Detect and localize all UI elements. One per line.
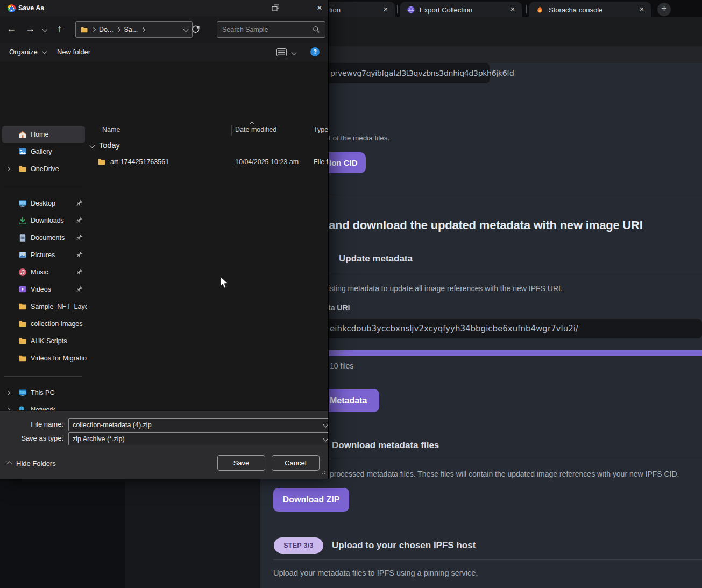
folder-icon: [18, 302, 27, 311]
help-icon[interactable]: ?: [310, 47, 320, 56]
file-name-label: File name:: [20, 420, 63, 428]
back-icon[interactable]: ←: [6, 23, 16, 34]
folder-icon: [18, 165, 27, 173]
dialog-footer: File name: collection-metadata (4).zip S…: [0, 410, 328, 479]
folder-icon: [18, 337, 27, 345]
divider: [273, 459, 702, 459]
tab-close-icon[interactable]: ×: [637, 4, 647, 14]
divider: [327, 273, 702, 273]
update-metadata-button[interactable]: Metadata: [327, 389, 379, 412]
media-files-note: t of the media files.: [329, 134, 389, 142]
new-tab-button[interactable]: +: [657, 3, 671, 16]
tab-title: Export Collection: [420, 6, 472, 14]
sidebar-item-desktop[interactable]: Desktop: [2, 195, 85, 211]
column-header-name[interactable]: Name: [102, 126, 120, 133]
metadata-uri-label: ta URI: [328, 303, 350, 312]
up-icon[interactable]: ↑: [57, 23, 62, 34]
organize-button[interactable]: Organize: [9, 48, 46, 56]
sidebar-divider: [4, 376, 82, 377]
documents-icon: [18, 233, 27, 242]
cancel-button[interactable]: Cancel: [272, 455, 320, 471]
save-button[interactable]: Save: [217, 455, 265, 471]
videos-icon: [18, 285, 27, 294]
sidebar-item-sample-nft-layers[interactable]: Sample_NFT_Layers: [2, 299, 85, 315]
sidebar-item-collection-images[interactable]: collection-images: [2, 316, 85, 332]
search-icon: [313, 26, 320, 33]
gem-icon: [407, 5, 415, 14]
sidebar-item-label: Home: [31, 131, 87, 138]
browser-tab[interactable]: Export Collection×: [400, 2, 522, 17]
save-type-value: zip Archive (*.zip): [73, 435, 324, 443]
column-separator[interactable]: [310, 125, 310, 136]
files-progress-label: 10 files: [330, 362, 353, 370]
save-as-dialog: Save As × ← → ↑ Do... Sa...: [0, 0, 328, 479]
sidebar-item-label: OneDrive: [31, 165, 87, 173]
new-folder-button[interactable]: New folder: [57, 48, 90, 56]
breadcrumb[interactable]: Do... Sa...: [75, 21, 193, 38]
breadcrumb-chevron-icon: [91, 27, 96, 31]
sidebar-item-documents[interactable]: Documents: [2, 230, 85, 246]
refresh-icon[interactable]: [191, 25, 200, 34]
apply-collection-cid-button[interactable]: ion CID: [327, 152, 366, 173]
column-separator[interactable]: [231, 125, 232, 136]
breadcrumb-item[interactable]: Sa...: [124, 26, 138, 33]
sidebar-item-music[interactable]: Music: [2, 264, 85, 280]
group-label[interactable]: Today: [99, 141, 120, 150]
search-placeholder: Search Sample: [222, 26, 313, 33]
dialog-title: Save As: [18, 4, 44, 12]
desktop-icon: [18, 199, 27, 208]
recent-locations-icon[interactable]: [42, 27, 48, 32]
gallery-icon: [18, 147, 27, 156]
search-input[interactable]: Search Sample: [217, 21, 325, 38]
pin-icon: [75, 234, 83, 242]
file-row[interactable]: art-174425176356110/04/2025 10:23 amFile…: [89, 155, 328, 169]
step-badge: STEP 3/3: [274, 537, 323, 554]
expand-chevron-icon[interactable]: [6, 167, 10, 171]
sidebar-item-downloads[interactable]: Downloads: [2, 212, 85, 229]
dialog-command-bar: Organize New folder ?: [0, 43, 328, 62]
sidebar-item-gallery[interactable]: Gallery: [2, 144, 85, 160]
view-dropdown-icon[interactable]: [292, 50, 297, 55]
file-date-modified: 10/04/2025 10:23 am: [235, 158, 299, 166]
collection-cid-code: prvewvg7qyibfgafzl3t3qvzbns3dnhiq4d3pkh6…: [327, 63, 490, 83]
resize-grip[interactable]: [320, 470, 327, 476]
pin-icon: [75, 251, 83, 259]
breadcrumb-item[interactable]: Do...: [99, 26, 113, 33]
step2-heading: and download the updated metadata with n…: [329, 218, 643, 232]
column-header-type[interactable]: Type: [314, 126, 328, 133]
download-metadata-desc: processed metadata files. These files wi…: [330, 470, 679, 478]
sidebar-item-pictures[interactable]: Pictures: [2, 247, 85, 263]
file-name: art-1744251763561: [110, 158, 169, 166]
sidebar-item-ahk-scripts[interactable]: AHK Scripts: [2, 333, 85, 349]
expand-chevron-icon[interactable]: [6, 391, 10, 395]
sidebar-item-home[interactable]: Home: [2, 126, 85, 143]
download-zip-button[interactable]: Download ZIP: [273, 488, 349, 512]
sidebar-divider: [4, 186, 82, 186]
section-edge: [327, 194, 702, 194]
column-header-date-modified[interactable]: Date modified: [235, 126, 276, 133]
dialog-title-bar[interactable]: Save As ×: [0, 0, 328, 16]
hide-folders-button[interactable]: Hide Folders: [16, 459, 56, 467]
file-name-value: collection-metadata (4).zip: [73, 421, 324, 429]
sidebar-item-onedrive[interactable]: OneDrive: [2, 161, 85, 177]
sort-ascending-icon: [250, 122, 254, 125]
group-collapse-icon[interactable]: [90, 143, 95, 148]
sidebar-item-videos[interactable]: Videos: [2, 281, 85, 297]
tab-close-icon[interactable]: ×: [508, 4, 517, 14]
save-type-select[interactable]: zip Archive (*.zip): [68, 432, 328, 445]
address-dropdown-icon[interactable]: [183, 27, 189, 32]
close-icon[interactable]: ×: [312, 1, 327, 15]
browser-tab[interactable]: Storacha console×: [529, 2, 651, 17]
view-mode-icon[interactable]: [276, 48, 287, 56]
pictures-icon: [18, 251, 27, 259]
forward-icon[interactable]: →: [25, 23, 35, 34]
update-metadata-heading: Update metadata: [339, 253, 413, 264]
sidebar-item-this-pc[interactable]: This PC: [2, 385, 85, 401]
flame-icon: [536, 5, 544, 14]
file-name-input[interactable]: collection-metadata (4).zip: [68, 418, 328, 431]
download-metadata-heading: Download metadata files: [332, 440, 439, 451]
sidebar-item-videos-for-migration[interactable]: Videos for Migration: [2, 350, 85, 366]
update-metadata-desc: isting metadata to update all image refe…: [328, 284, 563, 293]
tab-close-icon[interactable]: ×: [381, 4, 391, 14]
downloads-icon: [18, 216, 27, 225]
